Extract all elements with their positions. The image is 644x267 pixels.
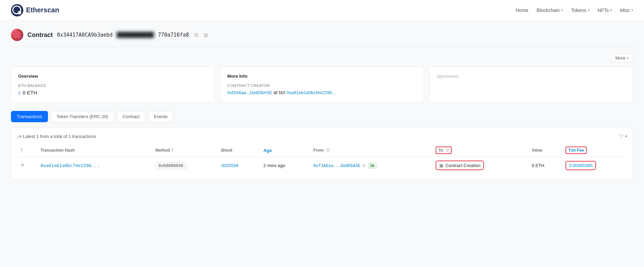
logo-area: Etherscan xyxy=(11,4,59,16)
more-button[interactable]: More ▾ xyxy=(611,54,633,62)
eye-icon[interactable]: 👁 xyxy=(20,163,25,168)
contract-address-end: 770a716fa8 xyxy=(158,32,189,38)
chevron-down-icon: ▾ xyxy=(631,8,633,12)
transactions-table-section: ↓≡ Latest 1 from a total of 1 transactio… xyxy=(11,128,633,179)
eth-icon: ⟠ xyxy=(18,90,21,96)
row-from: 0xf3A6aa...De8DbA5E ⧉ IN xyxy=(310,157,432,174)
contract-creation-label: Contract Creation xyxy=(446,163,481,168)
row-age: 2 mins ago xyxy=(260,157,310,174)
header: Etherscan Home Blockchain ▾ Tokens ▾ NFT… xyxy=(0,0,644,21)
table-info-text: ↓≡ Latest 1 from a total of 1 transactio… xyxy=(17,134,96,139)
row-method: 0x60806040 xyxy=(152,157,218,174)
from-link[interactable]: 0xf3A6aa...De8DbA5E xyxy=(313,163,360,168)
nav-home[interactable]: Home xyxy=(515,8,528,13)
from-filter-icon[interactable]: ▽ xyxy=(326,148,329,153)
to-filter-icon[interactable]: ▽ xyxy=(446,148,449,153)
contract-icon xyxy=(11,29,23,41)
creator-txn-link[interactable]: 0xa81eb1a0bcf4e2296... xyxy=(287,90,336,95)
more-row: More ▾ xyxy=(11,54,633,62)
help-icon[interactable]: ? xyxy=(20,148,23,153)
th-from: From ▽ xyxy=(310,144,432,157)
row-txn-fee: 0.00085385 xyxy=(562,157,627,174)
creator-address-link[interactable]: 0xf3A6aa...De8DbA5E xyxy=(227,90,272,95)
main-nav: Home Blockchain ▾ Tokens ▾ NFTs ▾ Misc ▾ xyxy=(515,8,633,13)
chevron-down-icon: ▾ xyxy=(610,8,612,12)
txn-fee-link[interactable]: 0.00085385 xyxy=(569,163,593,168)
th-block: Block xyxy=(218,144,260,157)
at-txn-text: at txn xyxy=(274,90,287,95)
row-value: 0 ETH xyxy=(528,157,562,174)
txn-fee-label: Txn Fee xyxy=(568,148,584,153)
overview-card: Overview ETH BALANCE ⟠ 0 ETH xyxy=(11,66,215,103)
table-header-row: ? Transaction Hash Method ? Block Age Fr… xyxy=(17,144,627,157)
txn-fee-cell-box: 0.00085385 xyxy=(566,161,596,170)
txn-hash-link[interactable]: 0xa81eb1a0bcf4e2296... xyxy=(40,163,99,168)
age-link[interactable]: Age xyxy=(264,148,272,153)
logo-text: Etherscan xyxy=(26,6,59,14)
chevron-down-icon: ▾ xyxy=(588,8,590,12)
txn-fee-header-box: Txn Fee xyxy=(566,147,586,154)
tabs-row: Transactions Token Transfers (ERC-20) Co… xyxy=(11,111,633,122)
cards-row: Overview ETH BALANCE ⟠ 0 ETH More Info C… xyxy=(11,66,633,103)
contract-creator-label: CONTRACT CREATOR xyxy=(227,84,416,88)
row-value-text: 0 ETH xyxy=(532,163,544,168)
more-info-title: More Info xyxy=(227,74,416,79)
contract-creator-value: 0xf3A6aa...De8DbA5E at txn 0xa81eb1a0bcf… xyxy=(227,90,416,95)
page-content: Contract 0x34417A0CA9b3aebd ████████████… xyxy=(0,21,644,188)
more-info-card: More Info CONTRACT CREATOR 0xf3A6aa...De… xyxy=(220,66,424,103)
qr-icon[interactable]: ⊞ xyxy=(204,32,208,38)
method-badge: 0x60806040 xyxy=(155,162,186,169)
eth-balance-label: ETH BALANCE xyxy=(18,84,207,88)
th-txn-hash: Transaction Hash xyxy=(37,144,152,157)
chevron-down-icon: ▾ xyxy=(627,56,629,60)
transactions-table: ? Transaction Hash Method ? Block Age Fr… xyxy=(17,144,627,174)
chevron-down-icon: ▾ xyxy=(561,8,563,12)
nav-nfts[interactable]: NFTs ▾ xyxy=(598,8,612,13)
more-button-label: More xyxy=(615,55,625,61)
tab-events[interactable]: Events xyxy=(148,111,173,122)
contract-creation-icon: ▣ xyxy=(439,163,443,168)
nav-tokens[interactable]: Tokens ▾ xyxy=(571,8,589,13)
th-age: Age xyxy=(260,144,310,157)
to-header-box: To ▽ xyxy=(436,147,452,154)
copy-icon[interactable]: ⧉ xyxy=(194,32,198,38)
eth-balance-value: ⟠ 0 ETH xyxy=(18,90,207,96)
overview-title: Overview xyxy=(18,74,207,79)
in-direction-badge: IN xyxy=(368,163,377,169)
table-info-row: ↓≡ Latest 1 from a total of 1 transactio… xyxy=(17,134,627,139)
copy-from-icon[interactable]: ⧉ xyxy=(362,163,365,168)
row-to: ▣ Contract Creation xyxy=(432,157,528,174)
to-cell-box: ▣ Contract Creation xyxy=(436,161,484,170)
th-txn-fee: Txn Fee xyxy=(562,144,627,157)
table-row: 👁 0xa81eb1a0bcf4e2296... 0x60806040 3025… xyxy=(17,157,627,174)
th-method: Method ? xyxy=(152,144,218,157)
block-link[interactable]: 3025594 xyxy=(221,163,239,168)
filter-icon[interactable]: ▽ ▾ xyxy=(620,134,627,139)
th-value: Value xyxy=(528,144,562,157)
nav-misc[interactable]: Misc ▾ xyxy=(620,8,633,13)
contract-label: Contract xyxy=(27,31,53,39)
contract-icon-inner xyxy=(14,31,21,38)
method-help-icon[interactable]: ? xyxy=(171,148,173,153)
th-eye: ? xyxy=(17,144,37,157)
row-block: 3025594 xyxy=(218,157,260,174)
tab-contract[interactable]: Contract xyxy=(117,111,145,122)
tab-transactions[interactable]: Transactions xyxy=(11,111,48,122)
sponsored-card: Sponsored xyxy=(429,66,633,103)
row-txn-hash: 0xa81eb1a0bcf4e2296... xyxy=(37,157,152,174)
eth-balance-amount: 0 ETH xyxy=(23,90,37,96)
contract-address-blurred: ████████████ xyxy=(117,32,154,38)
contract-header: Contract 0x34417A0CA9b3aebd ████████████… xyxy=(11,29,633,47)
row-eye: 👁 xyxy=(17,157,37,174)
etherscan-logo-icon xyxy=(11,4,23,16)
nav-blockchain[interactable]: Blockchain ▾ xyxy=(536,8,563,13)
sponsored-label: Sponsored xyxy=(437,74,626,79)
tab-token-transfers[interactable]: Token Transfers (ERC-20) xyxy=(51,111,114,122)
th-to: To ▽ xyxy=(432,144,528,157)
contract-address-start: 0x34417A0CA9b3aebd xyxy=(57,32,113,38)
